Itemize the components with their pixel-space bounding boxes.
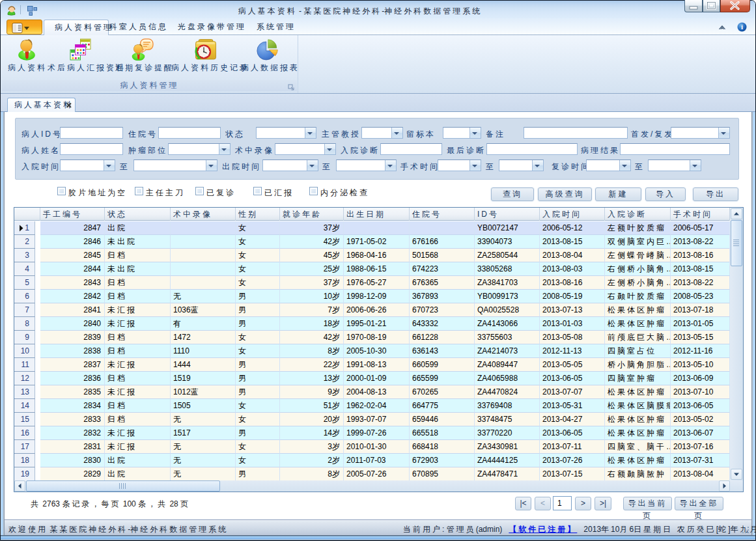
svg-text:i: i	[741, 23, 743, 31]
